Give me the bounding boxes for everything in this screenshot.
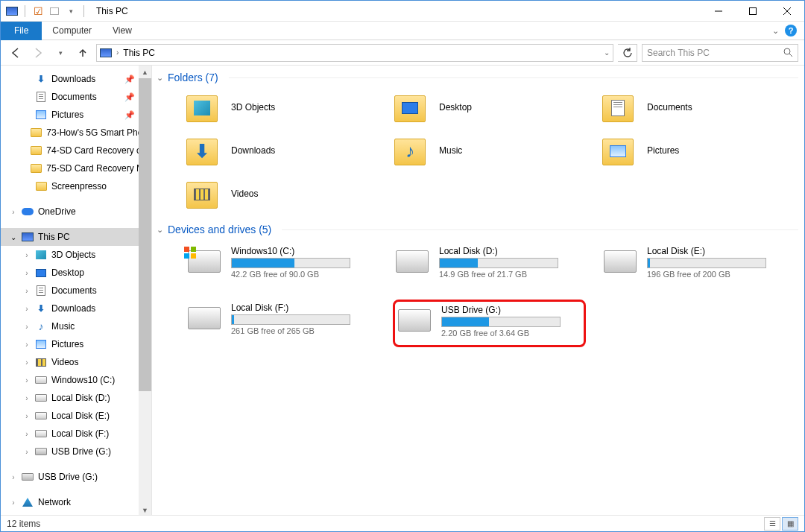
separator: [83, 5, 84, 17]
forward-button[interactable]: [29, 44, 47, 62]
folder-item[interactable]: Videos: [185, 176, 378, 212]
tree-pc-child[interactable]: › Windows10 (C:): [1, 371, 151, 389]
scroll-up-icon[interactable]: ▲: [139, 66, 151, 78]
tree-item-label: Local Disk (D:): [51, 393, 110, 403]
tree-quick-item[interactable]: › 73-How's 5G Smart Phone: [1, 124, 151, 142]
tree-item-label: This PC: [38, 232, 70, 242]
tree-pc-child[interactable]: › USB Drive (G:): [1, 443, 151, 460]
tree-thispc[interactable]: ⌄ This PC: [1, 228, 151, 246]
ribbon: File Computer View ⌄ ?: [1, 22, 804, 40]
tree-pc-child[interactable]: › Local Disk (F:): [1, 425, 151, 443]
drive-usage-bar: [231, 314, 350, 325]
close-button[interactable]: [770, 1, 804, 22]
drive-item[interactable]: Local Disk (F:) 261 GB free of 265 GB: [185, 300, 378, 347]
tree-quick-item[interactable]: › Documents 📌: [1, 88, 151, 106]
tree-pc-child[interactable]: › Documents: [1, 282, 151, 300]
tree-network[interactable]: › Network: [1, 493, 151, 511]
tree-quick-item[interactable]: › 74-SD Card Recovery on M: [1, 142, 151, 159]
svg-rect-1: [750, 7, 757, 14]
qat-dropdown-icon[interactable]: ▾: [64, 4, 78, 18]
group-folders-label: Folders (7): [168, 72, 218, 83]
tree-pc-child[interactable]: ›♪ Music: [1, 317, 151, 335]
navigation-tree[interactable]: ›⬇ Downloads 📌 › Documents 📌 › Pictures …: [1, 66, 152, 516]
file-tab[interactable]: File: [1, 22, 42, 40]
tree-quick-item[interactable]: › Pictures 📌: [1, 106, 151, 124]
drive-usage-bar: [647, 258, 766, 268]
folder-icon: [185, 92, 219, 122]
tree-pc-child[interactable]: ›⬇ Downloads: [1, 300, 151, 317]
drive-free-text: 196 GB free of 200 GB: [647, 270, 774, 279]
folder-item[interactable]: 3D Objects: [185, 89, 378, 125]
up-button[interactable]: [74, 44, 92, 62]
folder-icon: [601, 136, 635, 165]
drive-item[interactable]: USB Drive (G:) 2.20 GB free of 3.64 GB: [393, 300, 586, 347]
folder-label: Videos: [231, 189, 258, 199]
tree-item-label: 75-SD Card Recovery Meth: [46, 163, 152, 174]
back-button[interactable]: [7, 44, 25, 62]
tree-pc-child[interactable]: › Local Disk (E:): [1, 407, 151, 425]
tab-view[interactable]: View: [102, 22, 142, 40]
tree-pc-child[interactable]: › Videos: [1, 353, 151, 371]
search-icon: [783, 48, 793, 57]
view-large-icons-button[interactable]: ▦: [782, 517, 798, 531]
maximize-button[interactable]: [736, 1, 770, 22]
drive-name: USB Drive (G:): [441, 305, 568, 315]
drive-name: Local Disk (E:): [647, 246, 774, 256]
drive-icon: [398, 309, 431, 332]
chevron-down-icon[interactable]: ⌄: [157, 73, 163, 83]
tree-onedrive[interactable]: › OneDrive: [1, 203, 151, 221]
tree-item-label: Documents: [51, 92, 97, 102]
tree-quick-item[interactable]: ›⬇ Downloads 📌: [1, 70, 151, 88]
tree-item-label: Desktop: [51, 267, 84, 278]
qat-newfolder-icon[interactable]: [48, 4, 61, 18]
view-details-button[interactable]: ☰: [764, 517, 780, 531]
ribbon-expand-icon[interactable]: ⌄: [772, 26, 779, 36]
folder-label: Downloads: [231, 145, 275, 156]
folder-item[interactable]: Pictures: [601, 133, 794, 168]
address-dropdown-icon[interactable]: ⌄: [604, 48, 610, 57]
svg-point-4: [784, 48, 790, 54]
drive-icon: [604, 250, 637, 273]
group-folders-header[interactable]: ⌄ Folders (7): [157, 72, 798, 83]
tree-scrollbar[interactable]: ▲ ▼: [139, 66, 151, 516]
minimize-button[interactable]: [701, 1, 736, 22]
folder-item[interactable]: ♪ Music: [393, 133, 586, 168]
tree-item-label: Pictures: [51, 339, 83, 349]
help-icon[interactable]: ?: [785, 25, 797, 37]
drive-item[interactable]: Windows10 (C:) 42.2 GB free of 90.0 GB: [185, 243, 378, 286]
refresh-button[interactable]: [618, 44, 637, 62]
content-pane[interactable]: ⌄ Folders (7) 3D Objects Desktop Documen…: [152, 66, 804, 516]
group-drives-header[interactable]: ⌄ Devices and drives (5): [157, 224, 798, 235]
tree-quick-item[interactable]: › Screenpresso: [1, 177, 151, 195]
status-item-count: 12 items: [7, 519, 40, 529]
chevron-right-icon[interactable]: ›: [116, 48, 119, 57]
folder-item[interactable]: Documents: [601, 89, 794, 125]
tree-item-label: Windows10 (C:): [51, 375, 115, 385]
drive-usage-bar: [441, 317, 561, 327]
scroll-thumb[interactable]: [139, 78, 151, 391]
breadcrumb[interactable]: This PC: [123, 48, 155, 58]
tree-pc-child[interactable]: › 3D Objects: [1, 246, 151, 264]
folder-icon: ⬇: [185, 136, 219, 165]
tree-pc-child[interactable]: › Desktop: [1, 264, 151, 282]
tree-usb-root[interactable]: › USB Drive (G:): [1, 468, 151, 486]
address-bar[interactable]: › This PC ⌄: [96, 44, 613, 62]
tree-item-label: Downloads: [51, 303, 95, 314]
chevron-down-icon[interactable]: ⌄: [157, 225, 163, 235]
svg-line-5: [789, 54, 792, 57]
drive-name: Local Disk (F:): [231, 303, 358, 313]
pin-icon: 📌: [124, 92, 135, 102]
tree-pc-child[interactable]: › Pictures: [1, 335, 151, 353]
tree-quick-item[interactable]: › 75-SD Card Recovery Meth: [1, 159, 151, 177]
drive-item[interactable]: Local Disk (D:) 14.9 GB free of 21.7 GB: [393, 243, 586, 286]
drive-item[interactable]: Local Disk (E:) 196 GB free of 200 GB: [601, 243, 794, 286]
recent-dropdown-icon[interactable]: ▾: [51, 44, 69, 62]
tree-pc-child[interactable]: › Local Disk (D:): [1, 389, 151, 407]
folder-item[interactable]: Desktop: [393, 89, 586, 125]
search-input[interactable]: Search This PC: [642, 44, 798, 62]
qat-properties-icon[interactable]: ☑: [31, 4, 45, 18]
tree-item-label: USB Drive (G:): [38, 472, 98, 482]
folder-item[interactable]: ⬇ Downloads: [185, 133, 378, 168]
pin-icon: 📌: [124, 75, 135, 84]
tab-computer[interactable]: Computer: [42, 22, 102, 40]
